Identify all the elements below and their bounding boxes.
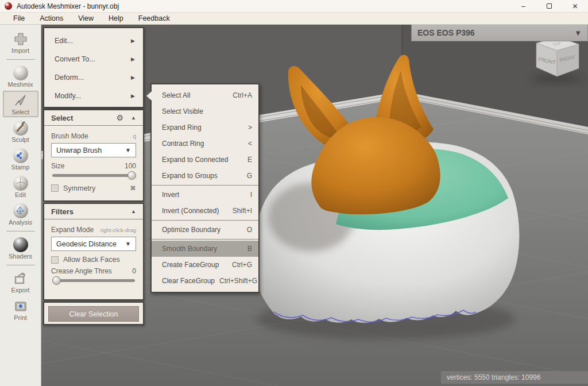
sidebar-item-select[interactable]: Select [3,91,38,117]
sidebar-item-edit[interactable]: Edit [3,173,38,200]
menu-feedback[interactable]: Feedback [131,14,177,22]
size-slider[interactable] [52,174,135,177]
nav-cube[interactable]: TOP FRONT RIGHT [531,37,583,84]
menu-item-label: Smooth Boundary [162,245,217,253]
menu-item-expand-to-groups[interactable]: Expand to Groups G [152,168,258,184]
chevron-down-icon: ▼ [125,241,131,247]
sidebar-item-label: Export [11,287,30,294]
menu-item-label: Expand Ring [162,123,202,132]
import-icon [13,32,28,47]
tool-menu-item-deform[interactable]: Deform... ▶ [44,68,143,87]
menu-item-optimize-boundary[interactable]: Optimize Boundary O [152,222,258,238]
main-area: TOP FRONT RIGHT EOS EOS P396 ▼ vertices:… [0,25,588,386]
sidebar-item-export[interactable]: Export [3,269,38,295]
menu-file[interactable]: File [6,14,32,22]
menu-item-shortcut: < [243,140,252,148]
printer-selector-label: EOS EOS P396 [417,28,475,37]
menu-item-shortcut: I [246,191,252,199]
sidebar-item-label: Shaders [9,253,32,260]
context-menu-pointer [146,91,152,101]
submenu-arrow-icon: ▶ [131,56,135,62]
sidebar-item-meshmix[interactable]: Meshmix [3,63,38,90]
menu-separator [152,185,258,186]
menu-view[interactable]: View [71,14,101,22]
tool-menu-label: Deform... [55,74,84,82]
select-arrow-icon [13,93,28,108]
menu-item-label: Select All [162,91,190,99]
expand-mode-label: Expand Mode [51,226,94,234]
menu-item-shortcut: Ctrl+Shift+G [215,277,257,285]
menu-item-label: Optimize Boundary [162,226,220,234]
submenu-arrow-icon: ▶ [131,75,135,80]
size-label: Size [51,162,64,170]
brush-mode-shortcut: q [133,133,136,140]
maximize-icon [547,3,552,9]
allow-back-faces-label: Allow Back Faces [63,256,120,264]
sidebar-item-analysis[interactable]: Analysis [3,201,38,227]
expand-mode-dropdown[interactable]: Geodesic Distance ▼ [51,237,136,251]
collapse-panel-icon[interactable]: ▲ [131,209,136,214]
sidebar-item-label: Edit [15,191,26,198]
edit-sphere-icon [13,176,28,191]
menu-item-expand-ring[interactable]: Expand Ring > [152,119,258,136]
close-button[interactable]: ✕ [562,0,588,12]
minimize-icon: – [521,2,525,10]
menu-item-label: Clear FaceGroup [162,277,215,285]
menu-item-label: Contract Ring [162,140,204,148]
tool-menu-item-convert-to[interactable]: Convert To... ▶ [44,50,143,68]
symmetry-checkbox[interactable] [51,184,59,192]
tool-menu-label: Edit... [55,37,73,45]
brush-mode-value: Unwrap Brush [56,146,102,155]
menu-item-expand-to-connected[interactable]: Expand to Connected E [152,152,258,168]
menu-item-select-all[interactable]: Select All Ctrl+A [152,87,258,103]
crease-angle-slider[interactable] [52,279,135,282]
menu-item-label: Invert [162,191,179,199]
gear-icon[interactable]: ⚙ [117,113,124,122]
menu-item-label: Invert (Connected) [162,207,219,215]
clear-selection-button[interactable]: Clear Selection [48,306,139,322]
symmetry-tool-icon[interactable]: ✖ [130,184,136,192]
menu-help[interactable]: Help [101,14,131,22]
minimize-button[interactable]: – [510,0,536,12]
size-value: 100 [125,162,136,170]
sidebar-item-label: Select [11,109,29,115]
menu-item-shortcut: G [242,172,252,180]
menu-item-clear-facegroup[interactable]: Clear FaceGroup Ctrl+Shift+G [152,273,258,289]
tool-menu-item-edit[interactable]: Edit... ▶ [44,32,143,50]
sidebar-item-label: Stamp [11,164,30,171]
panel-title: Filters [51,207,74,216]
menu-item-create-facegroup[interactable]: Create FaceGroup Ctrl+G [152,257,258,273]
collapse-panel-icon[interactable]: ▲ [131,115,136,121]
print-icon [13,299,28,314]
menubar: File Actions View Help Feedback [0,13,588,25]
sidebar-item-print[interactable]: Print [3,296,38,323]
sidebar-separator [6,231,35,231]
printer-selector[interactable]: EOS EOS P396 ▼ [411,25,588,41]
menu-item-select-visible[interactable]: Select Visible [152,103,258,119]
allow-back-faces-checkbox[interactable] [51,256,59,264]
crease-angle-value: 0 [132,267,136,275]
tool-menu-item-modify[interactable]: Modify... ▶ [44,87,143,105]
sidebar-item-label: Print [14,314,27,321]
menu-actions[interactable]: Actions [32,14,71,22]
menu-item-shortcut: O [242,226,252,234]
sidebar-item-sculpt[interactable]: Sculpt [3,118,38,145]
menu-item-invert-connected[interactable]: Invert (Connected) Shift+I [152,203,258,219]
sidebar-item-stamp[interactable]: Stamp [3,146,38,172]
expand-mode-hint: right-click-drag [100,227,136,233]
maximize-button[interactable] [536,0,562,12]
menu-item-invert[interactable]: Invert I [152,187,258,203]
crease-angle-slider-knob[interactable] [52,276,61,285]
sidebar-item-import[interactable]: Import [3,29,38,56]
clear-selection-label: Clear Selection [69,310,118,318]
brush-mode-dropdown[interactable]: Unwrap Brush ▼ [51,143,136,157]
selection-context-menu: Select All Ctrl+A Select Visible Expand … [150,83,260,293]
sidebar-item-shaders[interactable]: Shaders [3,235,38,261]
menu-item-contract-ring[interactable]: Contract Ring < [152,136,258,152]
select-panel-header: Select ⚙ ▲ [44,110,143,126]
menu-item-smooth-boundary[interactable]: Smooth Boundary B [152,241,258,257]
size-slider-knob[interactable] [127,171,136,180]
clear-selection-panel: Clear Selection [43,302,144,325]
menu-item-label: Expand to Groups [162,172,218,180]
panel-title: Select [51,114,73,122]
